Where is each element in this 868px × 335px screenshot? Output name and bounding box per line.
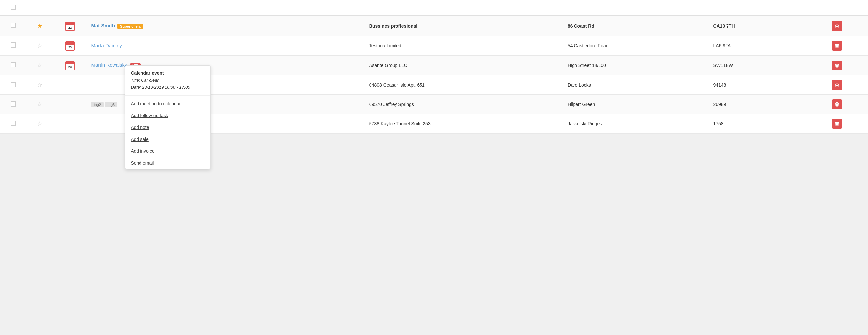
delete-button[interactable] [832,119,842,129]
header-name [87,0,365,16]
popup-menu-item[interactable]: Add meeting to calendar [125,98,210,110]
popup-divider [125,95,210,96]
contact-postcode: 1758 [713,121,723,126]
svg-rect-1 [836,24,838,24]
header-postcode [709,0,828,16]
star-icon[interactable]: ☆ [37,62,42,69]
header-calendar-col [53,0,88,16]
contact-description: Asante Group LLC [369,63,407,68]
calendar-day: 23 [66,45,74,50]
calendar-day: 23 [66,64,74,70]
star-icon[interactable]: ☆ [37,120,42,127]
calendar-icon[interactable]: 23 [65,61,75,70]
contact-postcode: 26989 [713,102,726,107]
contact-name[interactable]: Martin Kowalsky [91,62,127,68]
contact-description: 5738 Kaylee Tunnel Suite 253 [369,121,431,126]
star-icon[interactable]: ★ [37,23,42,29]
contact-tag: tag2 [91,102,103,107]
contact-postcode: 94148 [713,82,726,88]
star-icon[interactable]: ☆ [37,101,42,108]
contact-badge: Super client [118,24,144,29]
row-checkbox[interactable] [10,23,16,28]
contact-street: Hilpert Green [567,102,595,107]
svg-rect-5 [836,44,838,44]
row-checkbox[interactable] [10,121,16,126]
svg-rect-21 [836,122,838,122]
calendar-icon[interactable]: 22 [65,22,75,31]
header-star-col [26,0,53,16]
row-checkbox[interactable] [10,82,16,87]
contact-postcode: SW11BW [713,63,733,68]
popup-menu-item[interactable]: Send email [125,157,210,169]
svg-rect-13 [836,83,838,83]
table-row: ★ 22 Mat SmithSuper clientBussines proff… [0,16,868,36]
contact-description: Bussines proffesional [369,23,417,29]
row-checkbox[interactable] [10,101,16,106]
header-checkbox-col [0,0,26,16]
contact-street: 86 Coast Rd [567,23,594,29]
contact-street: Dare Locks [567,82,591,88]
popup-menu-item[interactable]: Add follow up task [125,110,210,121]
delete-button[interactable] [832,21,842,31]
delete-button[interactable] [832,99,842,109]
contact-description: 04808 Ceasar Isle Apt. 651 [369,82,425,88]
table-row: ☆ 23 Martin KowalskyVIP Calendar event T… [0,56,868,75]
table-row: ☆ 23 Marta DaimnyTestoria Limited54 Cast… [0,36,868,56]
popup-event-title: Calendar event [131,70,205,76]
popup-date: Date: 23/10/2019 16:00 - 17:00 [131,84,205,91]
calendar-popup: Calendar event Title: Car clean Date: 23… [125,65,211,169]
contact-name[interactable]: Mat Smith [91,23,115,28]
contact-street: 54 Castledore Road [567,43,609,49]
popup-menu-item[interactable]: Add invoice [125,145,210,157]
delete-button[interactable] [832,80,842,90]
contact-name[interactable]: Marta Daimny [91,43,122,49]
popup-header: Calendar event Title: Car clean Date: 23… [125,66,210,93]
star-icon[interactable]: ☆ [37,42,42,49]
header-street [564,0,709,16]
contact-street: High Street 14/100 [567,63,606,68]
svg-rect-9 [836,63,838,64]
calendar-icon[interactable]: 23 [65,41,75,51]
popup-menu-item[interactable]: Add note [125,121,210,133]
row-checkbox[interactable] [10,62,16,67]
svg-rect-17 [836,102,838,103]
popup-car-title: Title: Car clean [131,77,205,84]
contact-postcode: LA6 9FA [713,43,731,49]
delete-button[interactable] [832,41,842,51]
calendar-day: 22 [66,25,74,30]
contact-description: Testoria Limited [369,43,401,49]
row-checkbox[interactable] [10,42,16,48]
calendar-top [66,42,74,45]
popup-menu-item[interactable]: Add sale [125,133,210,145]
delete-button[interactable] [832,61,842,70]
star-icon[interactable]: ☆ [37,82,42,88]
calendar-top [66,22,74,25]
contact-postcode: CA10 7TH [713,23,735,29]
contact-street: Jaskolski Ridges [567,121,602,126]
calendar-top [66,62,74,64]
contact-tag: tag3 [105,102,117,107]
contact-description: 69570 Jeffrey Springs [369,102,414,107]
select-all-checkbox[interactable] [10,5,16,10]
header-action-col [828,0,868,16]
header-description [365,0,564,16]
